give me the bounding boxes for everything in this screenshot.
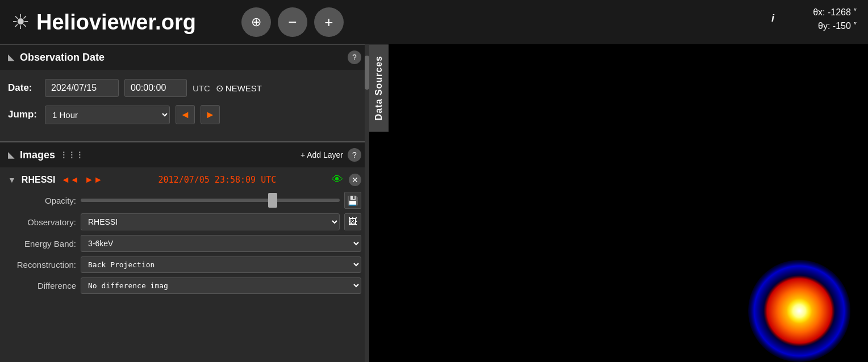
jump-back-button[interactable]: ◄ xyxy=(176,105,195,124)
header-controls: ⊕ − + xyxy=(241,7,344,37)
obs-section-title: Observation Date xyxy=(20,52,105,64)
opacity-row: Opacity: 💾 xyxy=(8,192,361,209)
images-header-right: + Add Layer ? xyxy=(301,148,361,162)
observatory-row: Observatory: RHESSI 🖼 xyxy=(8,213,361,230)
date-input[interactable] xyxy=(45,79,119,97)
center-button[interactable]: ⊕ xyxy=(241,7,271,37)
save-layer-button[interactable]: 💾 xyxy=(344,192,361,209)
images-header-left: ◣ Images ⋮⋮⋮ xyxy=(8,149,84,161)
images-section-header: ◣ Images ⋮⋮⋮ + Add Layer ? xyxy=(0,141,369,167)
images-section-tag: ◣ xyxy=(8,150,14,159)
coordinates-display: θx: -1268 ″ θy: -150 ″ xyxy=(813,6,857,33)
reconstruction-select[interactable]: Back Projection Clean Pixon VIS Fwd Fit xyxy=(81,256,361,273)
grid-icon: ⋮⋮⋮ xyxy=(60,150,84,159)
jump-forward-button[interactable]: ► xyxy=(201,105,220,124)
header: ☀ Helioviewer.org ⊕ − + i θx: -1268 ″ θy… xyxy=(0,0,868,44)
zoom-in-button[interactable]: + xyxy=(314,7,344,37)
layer-back-button[interactable]: ◄◄ xyxy=(61,175,79,185)
solar-image xyxy=(743,249,868,362)
add-layer-button[interactable]: + Add Layer xyxy=(301,150,343,159)
solar-canvas xyxy=(743,249,868,362)
obs-help-button[interactable]: ? xyxy=(348,50,361,64)
difference-row: Difference No difference imag Running di… xyxy=(8,277,361,294)
theta-x: θx: -1268 ″ xyxy=(813,6,857,19)
left-panel: ◣ Observation Date ? Date: UTC ⊙ NEWEST … xyxy=(0,44,369,362)
app-title: Helioviewer.org xyxy=(36,10,196,35)
date-row: Date: UTC ⊙ NEWEST xyxy=(8,79,361,97)
reconstruction-row: Reconstruction: Back Projection Clean Pi… xyxy=(8,256,361,273)
obs-section-content: Date: UTC ⊙ NEWEST Jump: 1 Hour 6 Hours … xyxy=(0,70,369,141)
screenshot-button[interactable]: 🖼 xyxy=(344,213,361,230)
jump-label: Jump: xyxy=(8,109,39,120)
time-input[interactable] xyxy=(124,79,187,97)
date-label: Date: xyxy=(8,82,39,94)
layer-section: ▼ RHESSI ◄◄ ►► 2012/07/05 23:58:09 UTC 👁… xyxy=(0,167,369,304)
difference-select[interactable]: No difference imag Running difference Ba… xyxy=(81,277,361,294)
zoom-out-button[interactable]: − xyxy=(278,7,307,37)
newest-label: NEWEST xyxy=(226,83,262,93)
utc-label: UTC xyxy=(193,83,210,93)
obs-header-left: ◣ Observation Date xyxy=(8,52,105,64)
scrollbar[interactable] xyxy=(365,44,369,362)
jump-row: Jump: 1 Hour 6 Hours 12 Hours 1 Day 1 We… xyxy=(8,105,361,124)
images-help-button[interactable]: ? xyxy=(348,148,361,162)
layer-timestamp: 2012/07/05 23:58:09 UTC xyxy=(108,175,326,185)
jump-select[interactable]: 1 Hour 6 Hours 12 Hours 1 Day 1 Week 1 M… xyxy=(45,106,170,124)
newest-button[interactable]: ⊙ NEWEST xyxy=(216,83,262,94)
sun-logo-icon: ☀ xyxy=(11,10,30,34)
newest-icon: ⊙ xyxy=(216,83,223,94)
observation-date-header: ◣ Observation Date ? xyxy=(0,44,369,70)
opacity-slider[interactable] xyxy=(81,199,340,202)
remove-layer-button[interactable]: ✕ xyxy=(349,174,361,186)
main-layout: ◣ Observation Date ? Date: UTC ⊙ NEWEST … xyxy=(0,44,868,362)
layer-expand-icon[interactable]: ▼ xyxy=(8,175,16,184)
data-sources-tab[interactable]: Data Sources xyxy=(369,44,389,132)
opacity-label: Opacity: xyxy=(8,196,76,205)
scroll-thumb[interactable] xyxy=(365,56,369,90)
difference-label: Difference xyxy=(8,281,76,291)
theta-y: θy: -150 ″ xyxy=(813,19,857,33)
add-layer-label: + Add Layer xyxy=(301,150,343,159)
layer-forward-button[interactable]: ►► xyxy=(85,175,103,185)
observatory-select[interactable]: RHESSI xyxy=(81,213,340,230)
logo-area: ☀ Helioviewer.org xyxy=(11,10,196,35)
energy-band-select[interactable]: 3-6keV 6-12keV 12-25keV 25-50keV xyxy=(81,235,361,252)
info-icon[interactable]: i xyxy=(771,12,774,24)
energy-band-label: Energy Band: xyxy=(8,239,76,249)
obs-section-tag: ◣ xyxy=(8,53,14,62)
observatory-label: Observatory: xyxy=(8,217,76,227)
layer-name: RHESSI xyxy=(22,175,56,185)
viewport[interactable]: × Note The RHESSI layer is 4392 days awa… xyxy=(369,44,868,362)
reconstruction-label: Reconstruction: xyxy=(8,260,76,270)
visibility-toggle-button[interactable]: 👁 xyxy=(332,173,343,186)
images-section-title: Images xyxy=(20,149,55,161)
layer-title-row: ▼ RHESSI ◄◄ ►► 2012/07/05 23:58:09 UTC 👁… xyxy=(8,173,361,186)
energy-band-row: Energy Band: 3-6keV 6-12keV 12-25keV 25-… xyxy=(8,235,361,252)
